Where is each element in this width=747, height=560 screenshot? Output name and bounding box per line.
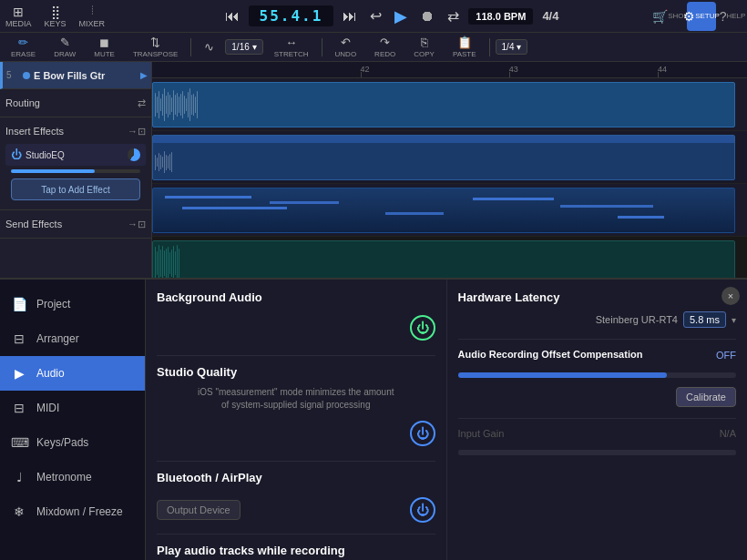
settings-right-col: Hardware Latency Steinberg UR-RT4 5.8 ms… (447, 280, 748, 560)
routing-label: Routing (5, 97, 40, 108)
redo-icon: ↷ (380, 36, 390, 49)
studio-quality-section: Studio Quality iOS "measurement" mode mi… (157, 355, 435, 450)
erase-icon: ✏ (18, 36, 28, 49)
effect-power-button[interactable]: ⏻ (11, 148, 22, 161)
toolbar-left: ⊞ MEDIA ⣿ KEYS 𝄄 MIXER (0, 0, 146, 33)
bluetooth-power-button[interactable]: ⏻ (410, 497, 435, 523)
mixer-button[interactable]: 𝄄 MIXER (74, 0, 111, 33)
sidebar-item-midi[interactable]: ⊟ MIDI (0, 391, 145, 425)
media-button[interactable]: ⊞ MEDIA (0, 0, 37, 33)
routing-section: Routing ⇄ (0, 89, 151, 117)
transport-center: ⏮ 55.4.1 ⏭ ↩ ▶ ⏺ ⇄ 118.0 BPM 4/4 (146, 5, 638, 26)
sidebar-item-arranger[interactable]: ⊟ Arranger (0, 321, 145, 356)
paste-tool[interactable]: 📋 PASTE (445, 34, 484, 61)
undo-tool[interactable]: ↶ UNDO (328, 34, 364, 61)
ruler-mark-44: 44 (658, 65, 667, 74)
chevron-down-icon-2: ▾ (517, 42, 521, 52)
effect-knob[interactable] (128, 148, 140, 161)
swing-tool[interactable]: ∿ (197, 34, 221, 61)
bluetooth-controls: Output Device ⏻ (157, 497, 435, 523)
sidebar-item-keys-pads[interactable]: ⌨ Keys/Pads (0, 425, 145, 460)
ruler-line-42 (361, 72, 362, 77)
send-effects-icon: →⊡ (128, 219, 146, 230)
mute-tool[interactable]: ◼ MUTE (87, 34, 122, 61)
piano-clip-1[interactable] (152, 188, 735, 233)
sidebar-item-metronome[interactable]: ♩ Metronome (0, 460, 145, 494)
latency-dropdown-arrow[interactable]: ▾ (732, 315, 736, 325)
studio-quality-desc: iOS "measurement" mode minimizes the amo… (157, 386, 435, 412)
offset-status: OFF (716, 350, 736, 361)
input-gain-label: Input Gain (458, 428, 505, 439)
midi-icon: ⊟ (11, 401, 27, 415)
calibrate-button[interactable]: Calibrate (676, 387, 736, 407)
input-gain-value: N/A (720, 428, 736, 439)
bpm-display[interactable]: 118.0 BPM (468, 8, 533, 25)
input-gain-row: Input Gain N/A (458, 428, 737, 439)
output-device-button[interactable]: Output Device (157, 500, 240, 520)
audio-icon: ▶ (11, 366, 27, 381)
insert-effects-header[interactable]: Insert Effects →⊡ (5, 121, 146, 141)
time-signature[interactable]: 4/4 (538, 9, 562, 23)
stretch-tool[interactable]: ↔ STRETCH (267, 34, 316, 61)
effect-fader-fill (11, 169, 95, 173)
background-audio-power-button[interactable]: ⏻ (410, 315, 435, 341)
latency-device-label: Steinberg UR-RT4 (596, 314, 678, 325)
input-gain-bar (458, 450, 737, 455)
toolbar-divider (190, 38, 191, 56)
add-effect-button[interactable]: Tap to Add Effect (11, 178, 140, 200)
note-length-selector[interactable]: 1/4 ▾ (496, 39, 528, 55)
sidebar-item-audio[interactable]: ▶ Audio (0, 356, 145, 391)
sidebar-item-mixdown[interactable]: ❄ Mixdown / Freeze (0, 494, 145, 529)
project-icon: 📄 (11, 297, 27, 311)
audio-offset-title: Audio Recording Offset Compensation (458, 349, 643, 360)
active-track-header[interactable]: 5 E Bow Fills Gtr ▶ (0, 62, 151, 89)
help-button[interactable]: ? HELP (718, 2, 747, 31)
settings-left-col: Background Audio ⏻ Studio Quality iOS "m… (146, 280, 447, 560)
studio-eq-effect[interactable]: ⏻ StudioEQ (5, 144, 146, 166)
close-overlay-button[interactable]: × (721, 287, 740, 305)
track-3-lane (152, 184, 747, 237)
guitar-clip-1[interactable] (152, 82, 735, 127)
offset-progress-track (458, 372, 737, 378)
fast-forward-button[interactable]: ⏭ (339, 8, 361, 25)
insert-effects-section: Insert Effects →⊡ ⏻ StudioEQ Tap to Add … (0, 117, 151, 210)
input-gain-track (458, 450, 737, 455)
track-number-5: 5 (6, 70, 19, 80)
hardware-latency-section: Hardware Latency Steinberg UR-RT4 5.8 ms… (458, 290, 737, 328)
copy-tool[interactable]: ⎘ COPY (406, 34, 442, 61)
routing-header[interactable]: Routing ⇄ (5, 93, 146, 113)
rewind-button[interactable]: ⏮ (221, 8, 243, 25)
track2-clip-1[interactable] (152, 135, 735, 180)
sidebar-item-project[interactable]: 📄 Project (0, 287, 145, 321)
keys-icon: ⣿ (51, 5, 60, 19)
record-button[interactable]: ⏺ (416, 8, 438, 25)
metronome-icon: ♩ (11, 470, 27, 484)
cycle-button[interactable]: ⇄ (444, 7, 463, 25)
track-2-lane (152, 131, 747, 184)
send-effects-section: Send Effects →⊡ (0, 210, 151, 239)
offset-title-row: Audio Recording Offset Compensation OFF (458, 349, 737, 361)
transpose-tool[interactable]: ⇅ TRANSPOSE (126, 34, 185, 61)
play-button[interactable]: ▶ (391, 6, 411, 26)
setup-button[interactable]: ⚙ SETUP (687, 2, 716, 31)
loop-button[interactable]: ↩ (366, 7, 385, 25)
insert-effects-label: Insert Effects (5, 126, 64, 137)
toolbar-right: 🛒 SHOP ⚙ SETUP ? HELP (638, 2, 747, 31)
draw-tool[interactable]: ✎ DRAW (46, 34, 83, 61)
keys-button[interactable]: ⣿ KEYS (39, 0, 72, 33)
hardware-latency-title: Hardware Latency (458, 290, 737, 304)
mute-icon: ◼ (99, 36, 109, 49)
question-icon: ? (720, 9, 727, 24)
erase-tool[interactable]: ✏ ERASE (4, 34, 43, 61)
send-effects-header[interactable]: Send Effects →⊡ (5, 214, 146, 234)
effect-fader-row (5, 169, 146, 173)
shop-button[interactable]: 🛒 SHOP (656, 2, 685, 31)
gear-icon: ⚙ (683, 9, 695, 24)
quantize-selector[interactable]: 1/16 ▾ (225, 39, 262, 55)
settings-sidebar: 📄 Project ⊟ Arranger ▶ Audio ⊟ MIDI ⌨ Ke… (0, 280, 146, 560)
draw-icon: ✎ (60, 36, 70, 49)
studio-quality-power-button[interactable]: ⏻ (410, 421, 435, 446)
redo-tool[interactable]: ↷ REDO (367, 34, 403, 61)
background-audio-title: Background Audio (157, 290, 435, 304)
effect-name-label: StudioEQ (26, 150, 124, 160)
